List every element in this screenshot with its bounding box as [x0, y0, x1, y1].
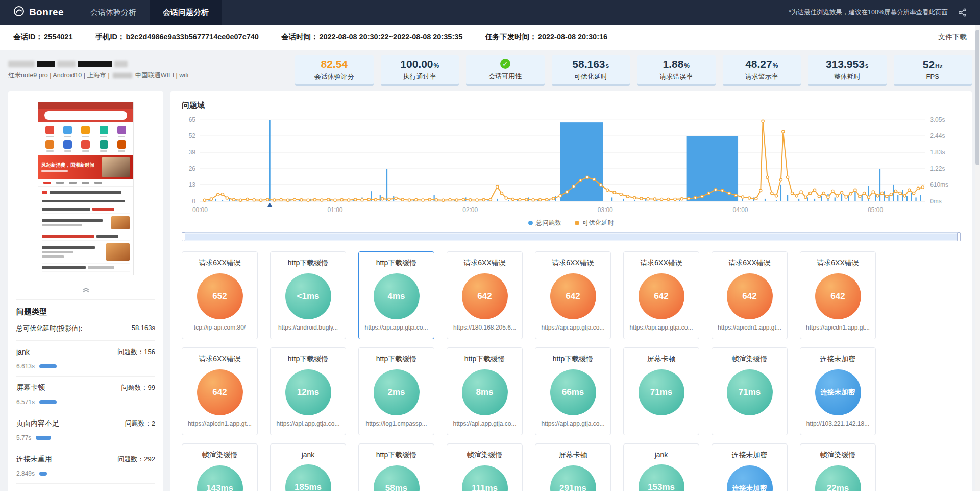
problem-card-url: https://api.app.gtja.co...	[453, 420, 516, 427]
problem-card[interactable]: 屏幕卡顿71ms	[623, 347, 699, 435]
problem-card[interactable]: http下载缓慢4mshttps://api.app.gtja.co...	[358, 251, 434, 339]
problem-card[interactable]: 帧渲染缓慢143ms	[182, 443, 258, 491]
problem-card-url: https://apicdn1.app.gt...	[718, 324, 781, 331]
news-text-bar	[42, 224, 82, 226]
problem-card-circle: 连接未加密	[815, 369, 861, 415]
app-icon-glyph	[81, 126, 90, 134]
problem-card[interactable]: 请求6XX错误642https://180.168.205.6...	[447, 251, 523, 339]
problem-card-url: https://apicdn1.app.gt...	[188, 420, 252, 427]
bar-series-legend-dot	[528, 221, 533, 225]
phone-news-row	[42, 241, 130, 264]
problem-card[interactable]: http下载缓慢8mshttps://api.app.gtja.co...	[447, 347, 523, 435]
problem-type-row-top: 连接未重用问题数：292	[16, 455, 155, 464]
problem-card[interactable]: http下载缓慢12mshttps://api.app.gtja.co...	[270, 347, 346, 435]
legend-item-1[interactable]: 可优化延时	[575, 219, 615, 227]
app-icon-label-bar	[118, 150, 125, 152]
problem-type-list: jank问题数：1566.613s屏幕卡顿问题数：996.571s页面内容不足问…	[16, 341, 155, 484]
news-text-bar	[42, 266, 86, 269]
problem-card[interactable]: 请求6XX错误642https://api.app.gtja.co...	[535, 251, 611, 339]
share-icon[interactable]	[958, 8, 967, 17]
stat-unit: %	[434, 63, 439, 69]
stat-value: 48.27%	[745, 59, 778, 69]
problem-card[interactable]: 请求6XX错误652tcp://ip-api.com:80/	[182, 251, 258, 339]
problem-card[interactable]: http下载缓慢58ms	[358, 443, 434, 491]
header-field-value: 2022-08-08 20:30:22~2022-08-08 20:35:35	[319, 33, 462, 41]
phone-news-list	[38, 187, 133, 273]
problem-card[interactable]: 帧渲染缓慢111ms	[447, 443, 523, 491]
problem-type-item[interactable]: 屏幕卡顿问题数：996.571s	[16, 377, 155, 412]
problem-card[interactable]: 请求6XX错误642https://apicdn1.app.gt...	[182, 347, 258, 435]
stat-value: 313.953s	[826, 59, 869, 69]
problem-type-item[interactable]: 页面内容不足问题数：25.77s	[16, 412, 155, 448]
chart-zoom-slider[interactable]	[182, 232, 961, 241]
problem-type-item[interactable]: 连接未重用问题数：2922.849s	[16, 448, 155, 484]
bonree-logo[interactable]: Bonree	[0, 6, 77, 19]
svg-text:01:00: 01:00	[328, 206, 343, 214]
stat-card-6: 313.953s整体耗时	[808, 55, 887, 84]
problem-card-circle: 12ms	[285, 369, 331, 415]
problem-card[interactable]: 请求6XX错误642https://apicdn1.app.gt...	[800, 251, 876, 339]
problem-type-name: 连接未重用	[16, 455, 52, 464]
svg-text:65: 65	[189, 116, 196, 123]
problem-card[interactable]: 连接未加密连接未加密	[712, 443, 788, 491]
problem-card[interactable]: 请求6XX错误642https://api.app.gtja.co...	[623, 251, 699, 339]
problem-card-circle: 8ms	[462, 369, 508, 415]
app-icon-label-bar	[46, 150, 54, 152]
phone-screenshot-thumbnail[interactable]: 风起新消费，国潮新时间	[38, 102, 134, 275]
problem-card-title: http下载缓慢	[553, 355, 593, 364]
news-text-bar	[42, 200, 125, 202]
problem-card-circle: 185ms	[285, 464, 331, 491]
problem-card-circle: 71ms	[727, 369, 773, 415]
news-text-bar	[92, 208, 114, 211]
problem-type-item[interactable]: jank问题数：1566.613s	[16, 341, 155, 377]
svg-text:0ms: 0ms	[930, 198, 942, 205]
stat-card-0: 82.54会话体验评分	[295, 55, 374, 84]
collapse-toggle[interactable]	[16, 280, 155, 300]
problem-card[interactable]: http下载缓慢66mshttps://api.app.gtja.co...	[535, 347, 611, 435]
stat-label: 可优化延时	[574, 72, 607, 81]
censor-redaction	[37, 61, 55, 67]
problem-card-circle: 71ms	[639, 369, 684, 415]
problem-card-title: 连接未加密	[820, 355, 856, 364]
problem-card[interactable]: 帧渲染缓慢22ms	[800, 443, 876, 491]
svg-text:02:00: 02:00	[462, 206, 478, 214]
svg-text:39: 39	[189, 149, 196, 156]
page-scrollbar-thumb[interactable]	[975, 30, 979, 165]
problem-card-circle: 111ms	[462, 465, 508, 491]
problem-card-url: https://api.app.gtja.co...	[276, 420, 339, 427]
problem-card[interactable]: 连接未加密连接未加密http://103.221.142.18...	[800, 347, 876, 435]
header-field-label: 任务下发时间：	[485, 33, 537, 41]
total-optimizable-label: 总可优化延时(投影值):	[16, 324, 82, 333]
problem-type-bar	[39, 472, 47, 476]
stat-label: 整体耗时	[834, 72, 861, 81]
stat-unit: %	[684, 63, 690, 69]
problem-chart-svg: 00ms13610ms261.22s391.83s522.44s653.05s0…	[182, 114, 961, 216]
problem-card[interactable]: 屏幕卡顿291ms	[535, 443, 611, 491]
problem-chart[interactable]: 00ms13610ms261.22s391.83s522.44s653.05s0…	[182, 114, 961, 218]
legend-item-0[interactable]: 总问题数	[528, 219, 561, 227]
problem-card[interactable]: 请求6XX错误642https://apicdn1.app.gt...	[712, 251, 788, 339]
problem-card-url: http://103.221.142.18...	[806, 420, 869, 427]
stat-label: 会话可用性	[488, 72, 522, 81]
nav-tab-problem-analysis[interactable]: 会话问题分析	[150, 0, 222, 25]
problem-type-name: 页面内容不足	[16, 419, 59, 428]
problem-card[interactable]: 帧渲染缓慢71ms	[712, 347, 788, 435]
nav-tab-experience-analysis[interactable]: 会话体验分析	[77, 0, 150, 25]
stat-label: 会话体验评分	[314, 72, 354, 81]
file-download-link[interactable]: 文件下载	[938, 33, 967, 42]
zoom-handle-left[interactable]	[182, 232, 185, 241]
stat-number: 1.88	[663, 59, 683, 69]
problem-card[interactable]: jank185ms	[270, 443, 346, 491]
problem-card-circle: 642	[639, 273, 684, 319]
problem-card[interactable]: http下载缓慢<1mshttps://android.bugly...	[270, 251, 346, 339]
device-summary-suffix: 中国联通WIFI | wifi	[135, 71, 189, 80]
problem-card[interactable]: http下载缓慢2mshttps://log1.cmpassp...	[358, 347, 434, 435]
legend-label: 可优化延时	[582, 219, 615, 227]
page-scrollbar[interactable]	[975, 25, 980, 491]
problem-card-title: 请求6XX错误	[199, 355, 240, 364]
zoom-handle-right[interactable]	[957, 232, 961, 241]
svg-text:3.05s: 3.05s	[930, 116, 945, 123]
header-field-0: 会话ID：2554021	[13, 32, 72, 42]
problem-card-title: http下载缓慢	[376, 259, 416, 268]
problem-card[interactable]: jank153ms	[623, 443, 699, 491]
